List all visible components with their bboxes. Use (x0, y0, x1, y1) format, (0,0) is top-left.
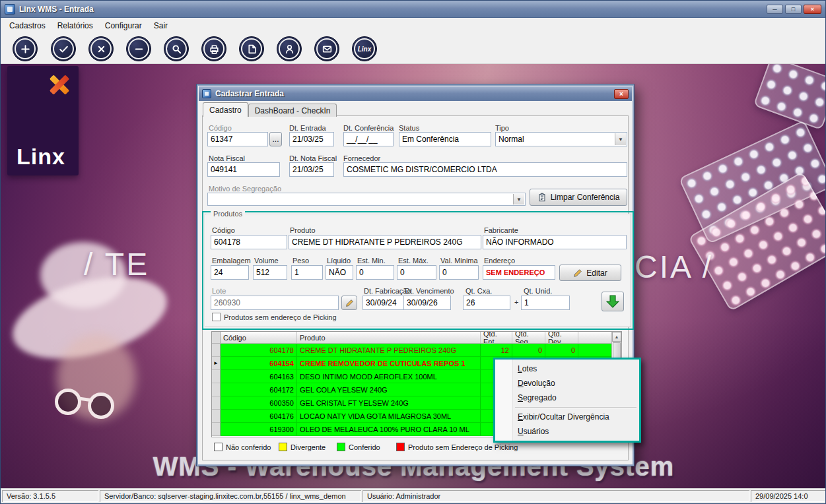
tagline-right: CIA / (635, 249, 713, 285)
table-row[interactable]: 604178 CREME DT HIDRATANTE P PEDREIROS 2… (212, 344, 621, 357)
toolbar-document-button[interactable] (239, 36, 264, 61)
add-to-conference-button[interactable] (602, 292, 624, 311)
minimize-button[interactable]: ─ (767, 5, 783, 14)
dialog-tabs: Cadastro DashBoard - CheckIn (203, 102, 337, 117)
toolbar-confirm-button[interactable] (51, 36, 76, 61)
maximize-button[interactable]: □ (785, 5, 802, 14)
volume-input[interactable]: 512 (253, 265, 287, 280)
dt-nota-fiscal-input[interactable]: 21/03/25 (289, 162, 334, 177)
lote-edit-button[interactable] (341, 296, 357, 310)
dropdown-arrow-icon[interactable]: ▼ (513, 194, 524, 205)
toolbar-cancel-button[interactable] (88, 36, 114, 61)
row-selector[interactable] (212, 383, 221, 396)
toolbar-linx-button[interactable]: Linx (352, 36, 377, 61)
motivo-segregacao-select[interactable]: ▼ (207, 193, 526, 206)
cell-codigo: 604172 (221, 383, 297, 396)
dt-vencimento-input[interactable]: 30/09/26 (403, 296, 451, 310)
est-max-input[interactable]: 0 (397, 265, 436, 280)
qt-unid-input[interactable]: 1 (521, 296, 570, 310)
dt-entrada-input[interactable]: 21/03/25 (289, 132, 334, 146)
editar-button[interactable]: Editar (559, 265, 621, 281)
codigo-input[interactable]: 61347 (207, 132, 268, 146)
grid-header-codigo[interactable]: Código (221, 332, 297, 343)
menu-item-cadastros[interactable]: Cadastros (3, 19, 52, 32)
row-selector[interactable] (212, 370, 221, 383)
context-menu-item-usuarios[interactable]: Usuários (495, 424, 639, 439)
dialog-close-button[interactable]: × (614, 89, 629, 99)
peso-label: Peso (293, 257, 309, 265)
cell-codigo: 604163 (221, 370, 297, 383)
toolbar-print-button[interactable] (201, 36, 226, 61)
toolbar-send-button[interactable] (314, 36, 339, 61)
status-input[interactable]: Em Conferência (399, 132, 491, 146)
fabricante-input[interactable]: NÃO INFORMADO (483, 235, 627, 249)
lote-input[interactable]: 260930 (211, 296, 339, 310)
app-icon (5, 4, 15, 15)
row-selector[interactable] (212, 423, 221, 436)
context-menu-item-segregado[interactable]: Segregado (495, 391, 639, 405)
embalagem-input[interactable]: 24 (211, 265, 249, 280)
est-min-input[interactable]: 0 (356, 265, 394, 280)
nota-fiscal-input[interactable]: 049141 (207, 162, 280, 177)
dt-fabricacao-input[interactable]: 30/09/24 (362, 296, 409, 310)
grid-header-selector (212, 332, 221, 343)
green-down-arrow-icon (606, 294, 619, 309)
menu-item-relatorios[interactable]: Relatórios (52, 19, 99, 32)
tab-dashboard-checkin[interactable]: DashBoard - CheckIn (248, 104, 337, 117)
grid-header-qtd-dev[interactable]: Qtd. Dev. (545, 332, 578, 343)
picking-checkbox[interactable] (212, 313, 221, 321)
row-selector[interactable] (212, 410, 221, 423)
volume-label: Volume (254, 257, 279, 265)
qt-unid-label: Qt. Unid. (524, 287, 552, 295)
fornecedor-input[interactable]: COSMETIC MG DISTR/COMERCIO LTDA (343, 162, 627, 177)
val-minima-input[interactable]: 0 (439, 265, 479, 280)
context-menu-separator (515, 407, 637, 408)
context-menu-item-exibir-ocultar-divergencia[interactable]: Exibir/Ocultar Divergência (495, 410, 639, 424)
produtos-produto-input[interactable]: CREME DT HIDRATANTE P PEDREIROS 240G (289, 235, 481, 249)
toolbar-search-button[interactable] (164, 36, 189, 61)
menu-item-configurar[interactable]: Configurar (99, 19, 148, 32)
menu-item-sair[interactable]: Sair (148, 19, 174, 32)
grid-header-qtd-seg[interactable]: Qtd. Seg. (512, 332, 545, 343)
dt-conferencia-input[interactable]: __/__/__ (343, 132, 394, 146)
cell-produto: GEL CRISTAL FT YELSEW 240G (297, 396, 481, 410)
toolbar-remove-button[interactable] (126, 36, 151, 61)
qt-cxa-label: Qt. Cxa. (465, 287, 492, 295)
codigo-label: Código (209, 124, 232, 132)
document-icon (246, 44, 258, 55)
legend-swatch-conferido (337, 443, 345, 451)
row-selector[interactable] (212, 344, 221, 357)
cell-produto: CREME DT HIDRATANTE P PEDREIROS 240G (297, 344, 481, 357)
tagline-left: / TE (84, 246, 149, 282)
context-menu-item-devolucao[interactable]: Devolução (495, 376, 639, 391)
grid-header-qtd-ent[interactable]: Qtd. Ent. (481, 332, 512, 343)
grid-header-produto[interactable]: Produto (297, 332, 481, 343)
row-selector[interactable]: ► (212, 357, 221, 370)
legend-swatch-divergente (279, 443, 287, 451)
dropdown-arrow-icon[interactable]: ▼ (615, 133, 626, 145)
clipboard-icon (537, 193, 547, 202)
peso-input[interactable]: 1 (291, 265, 323, 280)
plus-separator: + (514, 298, 518, 306)
legend-label-divergente: Divergente (291, 443, 326, 451)
liquido-input[interactable]: NÃO (326, 265, 353, 280)
confirm-icon (58, 44, 69, 55)
limpar-conferencia-button[interactable]: Limpar Conferência (530, 189, 627, 206)
context-menu-item-lotes[interactable]: Lotes (495, 362, 639, 376)
toolbar-add-button[interactable] (13, 36, 38, 61)
picking-checkbox-label: Produtos sem endereço de Picking (224, 313, 337, 321)
qt-cxa-input[interactable]: 26 (463, 296, 510, 310)
close-button[interactable]: × (804, 5, 821, 14)
cell-produto: LOCAO NATY VIDA GOTA MILAGROSA 30ML (297, 410, 481, 423)
produtos-codigo-input[interactable]: 604178 (211, 235, 287, 249)
codigo-browse-button[interactable]: ... (269, 132, 282, 146)
row-selector[interactable] (212, 396, 221, 410)
endereco-label: Endereço (484, 257, 515, 265)
titlebar: Linx WMS - Entrada ─ □ × (1, 1, 825, 18)
toolbar-user-button[interactable] (277, 36, 302, 61)
cell-produto: OLEO DE MELALEUCA 100% PURO CLARA 10 ML (297, 423, 481, 436)
tab-cadastro[interactable]: Cadastro (203, 102, 248, 117)
menubar: Cadastros Relatórios Configurar Sair (1, 18, 825, 34)
scroll-up-icon[interactable]: ▲ (612, 332, 621, 342)
tipo-select[interactable]: Normal ▼ (495, 132, 627, 146)
